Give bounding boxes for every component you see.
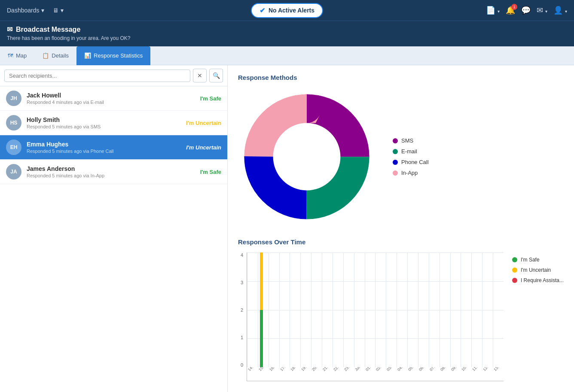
x-label: 18:00 (290, 367, 299, 372)
bar-legend-item: I Require Assista... (512, 277, 564, 283)
bar-legend-label: I'm Uncertain (521, 267, 551, 273)
recipient-sub: Responded 5 minutes ago via In-App (27, 173, 200, 178)
legend-item: In-App (393, 170, 429, 176)
details-icon: 📋 (42, 52, 49, 59)
recipient-info: Jack Howell Responded 4 minutes ago via … (27, 92, 200, 105)
dashboards-label: Dashboards (7, 7, 40, 14)
nav-right: 📄 ▾ 🔔 1 💬 ✉ ▾ 👤 ▾ (486, 6, 567, 15)
bar-chart-container: 0 1 2 3 4 (238, 252, 564, 381)
mail-button[interactable]: ✉ ▾ (537, 6, 547, 15)
legend-item: E-mail (393, 148, 429, 155)
x-label: 20:00 (311, 367, 321, 372)
bar-legend-dot (512, 257, 517, 262)
main-content: ✕ 🔍 JH Jack Howell Responded 4 minutes a… (0, 65, 574, 392)
search-button[interactable]: 🔍 (209, 69, 223, 82)
chevron-down-icon: ▾ (41, 7, 44, 14)
recipient-name: Jack Howell (27, 92, 200, 99)
recipient-name: James Anderson (27, 165, 200, 172)
x-label: 03:00 (386, 367, 396, 372)
y-label-0: 0 (238, 362, 243, 368)
user-button[interactable]: 👤 ▾ (553, 6, 567, 15)
dashboards-button[interactable]: Dashboards ▾ (7, 7, 44, 14)
x-label: 13:00 (493, 367, 503, 372)
no-active-alerts-badge[interactable]: ✔ No Active Alerts (251, 3, 323, 18)
x-label: 19:00 (300, 367, 310, 372)
legend-label: Phone Call (401, 159, 429, 165)
recipient-item[interactable]: HS Holly Smith Responded 5 minutes ago v… (0, 111, 227, 135)
response-methods-section: Response Methods (238, 74, 564, 225)
x-label: 01:00 (365, 367, 375, 372)
avatar: HS (6, 115, 21, 131)
svg-point-4 (278, 128, 336, 185)
y-label-2: 2 (238, 307, 243, 313)
chat-button[interactable]: 💬 (521, 6, 531, 15)
tab-response-statistics-label: Response Statistics (94, 52, 143, 59)
search-icon: 🔍 (213, 72, 220, 79)
bar-legend-label: I'm Safe (521, 257, 540, 263)
document-button[interactable]: 📄 ▾ (486, 6, 500, 15)
recipient-name: Emma Hughes (27, 141, 186, 148)
tab-bar: 🗺 Map 📋 Details 📊 Response Statistics (0, 46, 574, 65)
bar-legend-dot (512, 267, 517, 273)
donut-chart (238, 88, 376, 225)
x-label: 04:00 (397, 367, 406, 372)
bar-safe (260, 310, 263, 368)
legend-item: Phone Call (393, 159, 429, 165)
avatar: JH (6, 91, 21, 106)
bar-legend-item: I'm Safe (512, 257, 564, 263)
broadcast-header: ✉ Broadcast Message There has been an fl… (0, 21, 574, 46)
bar-uncertain (260, 252, 263, 310)
monitor-icon: 🖥 (53, 7, 59, 14)
tab-details[interactable]: 📋 Details (34, 46, 76, 65)
bar-legend-item: I'm Uncertain (512, 267, 564, 273)
close-icon: ✕ (197, 72, 202, 79)
right-panel: Response Methods (228, 65, 574, 392)
document-icon: 📄 (486, 6, 495, 15)
check-icon: ✔ (260, 6, 265, 15)
tab-map[interactable]: 🗺 Map (0, 46, 34, 65)
envelope-icon: ✉ (7, 25, 12, 33)
bar-chart-legend: I'm Safe I'm Uncertain I Require Assista… (512, 252, 564, 283)
x-label: 09:00 (450, 367, 460, 372)
response-methods-title: Response Methods (238, 74, 564, 81)
x-label: 16:00 (269, 367, 278, 372)
alert-label: No Active Alerts (269, 7, 314, 14)
broadcast-title-text: Broadcast Message (16, 26, 80, 33)
notifications-button[interactable]: 🔔 1 (506, 6, 515, 15)
nav-left: Dashboards ▾ 🖥 ▾ (7, 7, 64, 14)
y-label-1: 1 (238, 335, 243, 340)
recipient-item[interactable]: EH Emma Hughes Responded 5 minutes ago v… (0, 135, 227, 160)
x-label: 10:00 (461, 367, 470, 372)
recipient-status: I'm Safe (200, 95, 221, 102)
legend-label: In-App (401, 170, 418, 176)
recipient-item[interactable]: JA James Anderson Responded 5 minutes ag… (0, 160, 227, 184)
broadcast-subtitle: There has been an flooding in your area.… (7, 35, 567, 41)
donut-container: SMS E-mail Phone Call In-App (238, 88, 564, 225)
left-panel: ✕ 🔍 JH Jack Howell Responded 4 minutes a… (0, 65, 228, 392)
bar-legend-label: I Require Assista... (521, 277, 564, 283)
x-label: 22:00 (333, 367, 342, 372)
map-icon: 🗺 (8, 52, 13, 59)
recipient-status: I'm Uncertain (186, 144, 221, 151)
search-input[interactable] (4, 70, 190, 82)
legend-dot (393, 149, 398, 154)
responses-over-time-section: Responses Over Time 0 1 2 3 4 (238, 238, 564, 381)
monitor-button[interactable]: 🖥 ▾ (53, 7, 64, 14)
legend-label: SMS (401, 137, 413, 144)
chevron-down-icon: ▾ (545, 9, 547, 14)
avatar: EH (6, 140, 21, 155)
x-label: 02:00 (375, 367, 385, 372)
recipient-info: James Anderson Responded 5 minutes ago v… (27, 165, 200, 178)
x-label: 06:00 (418, 367, 428, 372)
avatar: JA (6, 164, 21, 179)
tab-response-statistics[interactable]: 📊 Response Statistics (76, 46, 150, 65)
chevron-down-icon: ▾ (565, 9, 567, 14)
recipient-item[interactable]: JH Jack Howell Responded 4 minutes ago v… (0, 86, 227, 111)
broadcast-title: ✉ Broadcast Message (7, 25, 567, 33)
chevron-down-icon: ▾ (61, 7, 64, 14)
bar-legend-dot (512, 278, 517, 283)
tab-map-label: Map (16, 52, 27, 59)
legend-label: E-mail (401, 148, 417, 155)
x-label: 05:00 (407, 367, 417, 372)
search-clear-button[interactable]: ✕ (193, 69, 207, 82)
